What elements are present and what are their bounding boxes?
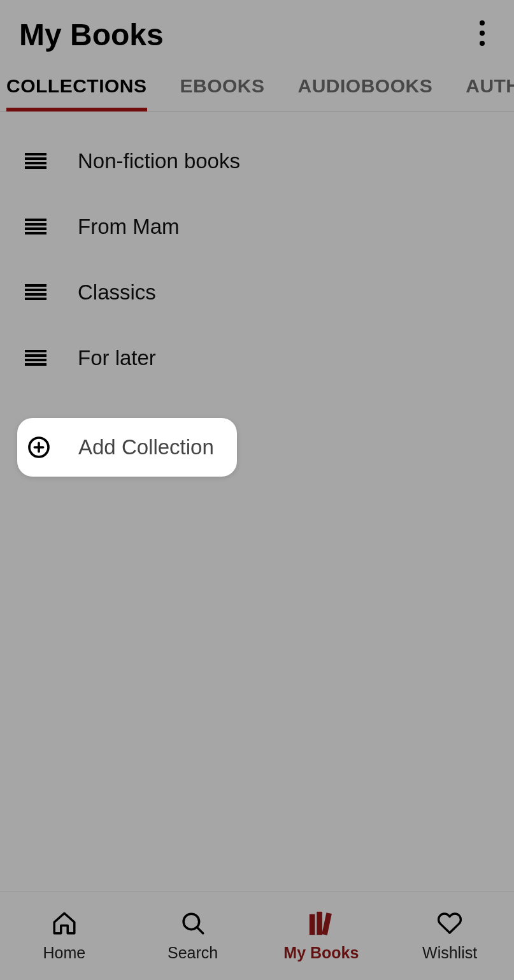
svg-rect-12 [25, 289, 46, 291]
svg-rect-14 [25, 298, 46, 300]
svg-point-0 [480, 20, 485, 25]
plus-circle-icon [25, 433, 53, 461]
more-options-button[interactable] [469, 17, 495, 52]
collection-label: Non-fiction books [78, 149, 240, 173]
svg-rect-9 [25, 227, 46, 230]
collection-row[interactable]: Classics [0, 259, 514, 325]
svg-line-20 [197, 927, 203, 933]
svg-rect-23 [322, 912, 332, 935]
svg-rect-7 [25, 219, 46, 221]
svg-rect-13 [25, 293, 46, 296]
list-icon [24, 281, 47, 304]
app-screen: My Books COLLECTIONS EBOOKS AUDIOBOOKS A… [0, 0, 514, 980]
svg-rect-17 [25, 359, 46, 361]
tab-label: AUDIOBOOKS [298, 75, 433, 96]
tab-authors[interactable]: AUTHORS [466, 66, 514, 111]
collection-label: From Mam [78, 215, 180, 239]
svg-point-1 [480, 31, 485, 36]
nav-label: Search [168, 944, 218, 962]
tab-collections[interactable]: COLLECTIONS [6, 66, 147, 111]
list-icon [24, 215, 47, 238]
tab-label: AUTHORS [466, 75, 514, 96]
nav-label: My Books [283, 944, 359, 962]
list-icon [24, 347, 47, 370]
heart-icon [436, 909, 464, 937]
books-icon [307, 909, 335, 937]
svg-rect-10 [25, 232, 46, 234]
svg-rect-22 [317, 912, 323, 935]
tab-audiobooks[interactable]: AUDIOBOOKS [298, 66, 433, 111]
nav-label: Wishlist [422, 944, 477, 962]
nav-my-books[interactable]: My Books [257, 891, 386, 980]
svg-rect-3 [25, 153, 46, 155]
collection-row[interactable]: From Mam [0, 194, 514, 259]
tab-label: EBOOKS [180, 75, 265, 96]
svg-rect-5 [25, 162, 46, 164]
collection-row[interactable]: Non-fiction books [0, 128, 514, 194]
nav-label: Home [43, 944, 86, 962]
tab-bar: COLLECTIONS EBOOKS AUDIOBOOKS AUTHORS [0, 66, 514, 112]
svg-rect-11 [25, 284, 46, 287]
home-icon [50, 909, 78, 937]
svg-rect-6 [25, 166, 46, 169]
list-icon [24, 150, 47, 173]
svg-rect-21 [310, 914, 315, 935]
nav-wishlist[interactable]: Wishlist [385, 891, 514, 980]
svg-rect-15 [25, 350, 46, 352]
add-collection-label: Add Collection [78, 435, 214, 459]
bottom-nav: Home Search My Books Wishlist [0, 891, 514, 980]
tab-label: COLLECTIONS [6, 75, 147, 96]
nav-search[interactable]: Search [129, 891, 257, 980]
add-collection-button[interactable]: Add Collection [17, 418, 237, 477]
svg-rect-4 [25, 157, 46, 160]
collection-row[interactable]: For later [0, 325, 514, 391]
nav-home[interactable]: Home [0, 891, 129, 980]
header: My Books [0, 0, 514, 66]
more-vertical-icon [479, 20, 485, 49]
svg-rect-18 [25, 363, 46, 366]
page-title: My Books [19, 17, 164, 52]
collections-list: Non-fiction books From Mam Classics For … [0, 112, 514, 891]
svg-rect-16 [25, 354, 46, 357]
search-icon [179, 909, 207, 937]
tab-ebooks[interactable]: EBOOKS [180, 66, 265, 111]
collection-label: Classics [78, 280, 156, 305]
svg-rect-8 [25, 223, 46, 226]
svg-point-2 [480, 41, 485, 46]
collection-label: For later [78, 346, 156, 370]
